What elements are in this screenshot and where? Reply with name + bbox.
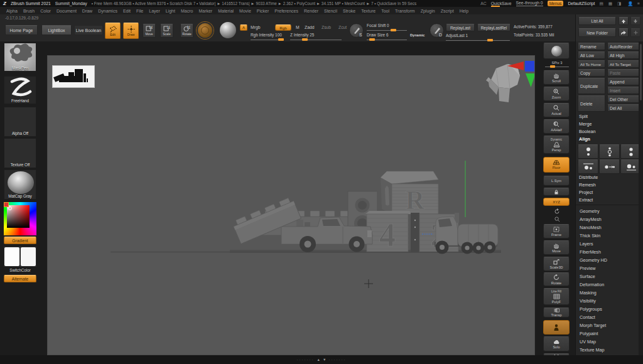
draw-button[interactable]: Draw: [123, 23, 139, 39]
section-geometry-hd[interactable]: Geometry HD: [580, 257, 607, 263]
align-middle-button[interactable]: [599, 144, 620, 159]
folder-extra-button[interactable]: [630, 28, 640, 37]
rotate-view-button[interactable]: Rotate: [543, 272, 570, 286]
menu-material[interactable]: Material: [218, 9, 234, 13]
autoreorder-button[interactable]: AutoReorder: [607, 43, 640, 50]
section-polygroups[interactable]: Polygroups: [580, 306, 602, 312]
frame-button[interactable]: Frame: [543, 224, 570, 238]
axis-gizmo[interactable]: [506, 58, 535, 88]
maskpen-brush-tile[interactable]: MaskPen: [4, 43, 36, 72]
menu-picker[interactable]: Picker: [257, 9, 269, 13]
menu-document[interactable]: Document: [57, 9, 77, 13]
stroke-sphere-button[interactable]: [220, 22, 236, 38]
section-morph-target[interactable]: Morph Target: [580, 323, 606, 328]
draw-size-slider[interactable]: [367, 40, 407, 40]
menu-movie[interactable]: Movie: [239, 9, 251, 13]
all-to-target-button[interactable]: All To Target: [607, 60, 640, 68]
menu-marker[interactable]: Marker: [198, 9, 212, 13]
paste-button[interactable]: Paste: [607, 69, 640, 77]
rename-button[interactable]: Rename: [578, 43, 605, 50]
menu-draw[interactable]: Draw: [82, 9, 92, 13]
copy-button[interactable]: Copy: [578, 69, 605, 77]
split-section[interactable]: Split: [579, 114, 588, 119]
spix-knob[interactable]: [550, 65, 555, 68]
new-folder-button[interactable]: New Folder: [578, 28, 616, 37]
section-fibermesh[interactable]: FiberMesh: [580, 249, 601, 255]
section-thick-skin[interactable]: Thick Skin: [580, 233, 600, 238]
a-toggle[interactable]: A: [240, 24, 247, 31]
defaultzscript-button[interactable]: DefaultZScript: [568, 1, 595, 6]
rgb-toggle[interactable]: Rgb: [275, 24, 291, 31]
replay-settings-button[interactable]: D: [430, 23, 444, 38]
panel-scrollbar-thumb[interactable]: [640, 44, 642, 100]
zsub-toggle[interactable]: Zsub: [322, 25, 331, 29]
color-picker[interactable]: [4, 202, 36, 235]
menu-stroke[interactable]: Stroke: [343, 9, 355, 13]
zoom-button[interactable]: Zoom: [543, 87, 570, 101]
section-surface[interactable]: Surface: [580, 274, 595, 279]
z-intensity-knob[interactable]: [302, 38, 308, 41]
floor-button[interactable]: Floor: [543, 157, 570, 173]
texture-off-tile[interactable]: Texture Off: [4, 138, 36, 168]
menu-layer[interactable]: Layer: [149, 9, 160, 13]
matcap-tile[interactable]: MatCap Gray: [4, 169, 36, 200]
section-texture-map[interactable]: Texture Map: [580, 347, 605, 353]
list-all-button[interactable]: List All: [578, 17, 616, 25]
spix-slider[interactable]: [545, 67, 569, 67]
current-brush-button[interactable]: [197, 22, 213, 39]
section-polypaint[interactable]: Polypaint: [580, 331, 598, 336]
ghost-button[interactable]: [543, 320, 570, 335]
solo-button[interactable]: Solo: [543, 336, 570, 351]
rotate-button[interactable]: R Rotate: [180, 24, 193, 38]
menu-color[interactable]: Color: [40, 9, 51, 13]
small-magnifier-icon[interactable]: [554, 217, 560, 222]
distribute-section[interactable]: Distribute: [579, 174, 598, 180]
append-button[interactable]: Append: [607, 78, 640, 85]
menu-zscript[interactable]: Zscript: [441, 9, 454, 13]
rgb-intensity-knob[interactable]: [278, 38, 284, 41]
actual-size-button[interactable]: Actual: [543, 103, 570, 117]
seethrough-slider[interactable]: See-through 0: [516, 1, 543, 6]
stroke-settings-button[interactable]: S: [349, 23, 364, 38]
scale3d-button[interactable]: Scale3D: [543, 257, 570, 271]
aahalf-button[interactable]: AAHalf: [543, 119, 570, 134]
boolean-section[interactable]: Boolean: [579, 129, 595, 134]
extract-section[interactable]: Extract: [579, 197, 593, 203]
subtool-up-button[interactable]: [619, 17, 629, 25]
menu-render[interactable]: Render: [304, 9, 318, 13]
panel-scrollbar-track[interactable]: [639, 41, 643, 364]
xyz-button[interactable]: XYZ: [543, 198, 570, 206]
insert-button[interactable]: Insert: [607, 87, 640, 94]
edit-button[interactable]: Edit: [105, 23, 121, 39]
dock-expand-icon[interactable]: ▲: [317, 358, 320, 361]
lsym-button[interactable]: L.Sym: [543, 176, 570, 186]
align-center-h-button[interactable]: [599, 159, 620, 174]
menu-dynamics[interactable]: Dynamics: [98, 9, 117, 13]
menu-transform[interactable]: Transform: [395, 9, 415, 13]
lock-button[interactable]: [543, 188, 570, 196]
focal-shift-knob[interactable]: [391, 29, 396, 31]
replay-last-rel-button[interactable]: ReplayLastRel: [477, 24, 511, 31]
dynamic-toggle[interactable]: Dynamic: [410, 33, 424, 37]
align-top-button[interactable]: [578, 144, 598, 159]
freehand-stroke-tile[interactable]: FreeHand: [4, 76, 36, 104]
transp-button[interactable]: Transp: [543, 308, 570, 318]
focal-shift-slider[interactable]: [367, 30, 407, 31]
all-low-button[interactable]: All Low: [578, 51, 605, 59]
switch-color-label[interactable]: SwitchColor: [4, 268, 36, 272]
scroll-button[interactable]: Scroll: [543, 70, 570, 85]
section-arraymesh[interactable]: ArrayMesh: [580, 217, 602, 222]
main-color-swatch[interactable]: [4, 247, 19, 266]
all-to-home-button[interactable]: All To Home: [578, 60, 605, 68]
menus-button[interactable]: Menus: [548, 1, 564, 6]
menu-file[interactable]: File: [136, 9, 143, 13]
menu-tool[interactable]: Tool: [381, 9, 389, 13]
dock-collapse-icon[interactable]: ▼: [323, 358, 326, 361]
section-deformation[interactable]: Deformation: [580, 282, 604, 287]
gradient-button[interactable]: Gradient: [4, 237, 36, 244]
zadd-toggle[interactable]: Zadd: [305, 25, 315, 29]
section-preview[interactable]: Preview: [580, 265, 596, 271]
zcut-toggle[interactable]: Zcut: [338, 25, 347, 29]
viewport-canvas[interactable]: R 4 2: [47, 55, 535, 355]
bpr-render-button[interactable]: [543, 43, 570, 59]
